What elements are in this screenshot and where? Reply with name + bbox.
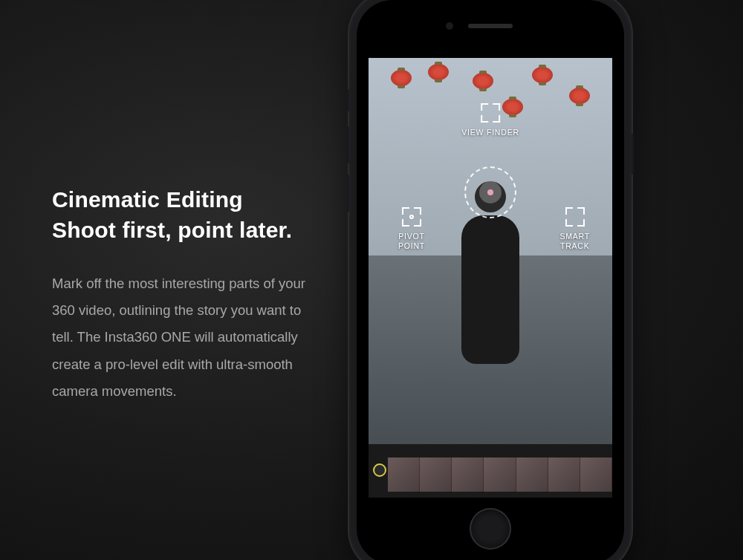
playhead[interactable]	[373, 463, 386, 477]
lantern-decoration	[391, 70, 412, 86]
phone-column: VIEW FINDER PIVOT POINT	[342, 0, 743, 560]
app-screen[interactable]: VIEW FINDER PIVOT POINT	[369, 58, 612, 498]
feature-heading: Cinematic Editing Shoot first, point lat…	[52, 185, 319, 245]
phone-bezel: VIEW FINDER PIVOT POINT	[357, 0, 624, 560]
thumbnail-strip[interactable]	[388, 458, 612, 492]
thumbnail[interactable]	[484, 458, 516, 492]
thumbnail[interactable]	[420, 458, 452, 492]
pivot-point-label: PIVOT POINT	[398, 232, 425, 250]
pivot-point-icon	[401, 206, 422, 227]
home-button[interactable]	[470, 508, 511, 550]
timecode: 00:17	[480, 58, 501, 440]
power-button	[632, 134, 634, 175]
smart-track-label: SMART TRACK	[559, 232, 590, 250]
thumbnail[interactable]	[548, 458, 580, 492]
lantern-decoration	[569, 88, 590, 104]
lantern-decoration	[532, 67, 553, 83]
front-camera	[446, 22, 453, 30]
smart-track-tool[interactable]: SMART TRACK	[559, 206, 590, 250]
heading-line-1: Cinematic Editing	[52, 187, 243, 212]
feature-layout: Cinematic Editing Shoot first, point lat…	[0, 0, 743, 560]
thumbnail[interactable]	[452, 458, 484, 492]
smart-track-icon	[565, 206, 585, 227]
speaker-grille	[468, 24, 513, 28]
mute-switch	[347, 89, 349, 111]
volume-up	[347, 126, 349, 163]
heading-line-2: Shoot first, point later.	[52, 218, 292, 242]
volume-down	[347, 175, 349, 212]
phone-frame: VIEW FINDER PIVOT POINT	[349, 0, 632, 560]
thumbnail[interactable]	[388, 458, 420, 492]
timeline[interactable]	[369, 444, 612, 498]
lantern-decoration	[428, 64, 449, 80]
thumbnail[interactable]	[516, 458, 548, 492]
text-column: Cinematic Editing Shoot first, point lat…	[0, 155, 342, 404]
pivot-point-tool[interactable]: PIVOT POINT	[398, 206, 425, 250]
thumbnail[interactable]	[580, 458, 612, 492]
feature-body: Mark off the most interesting parts of y…	[52, 270, 319, 404]
